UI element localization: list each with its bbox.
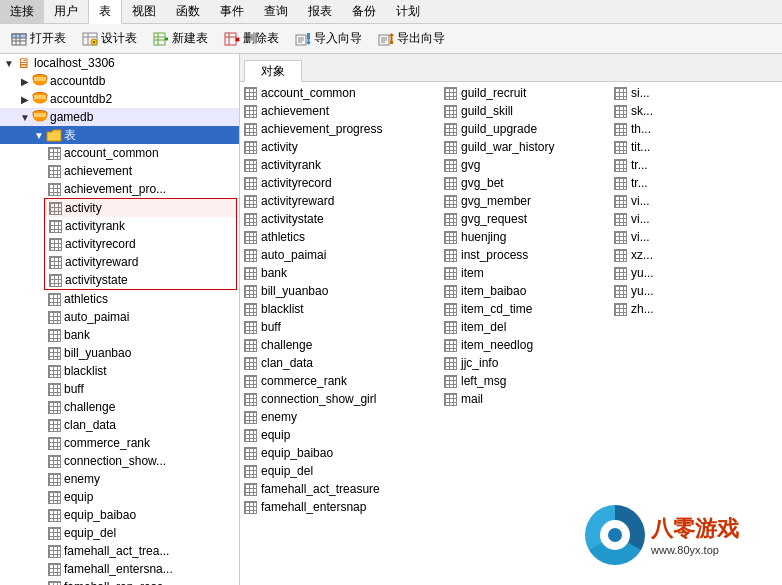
menu-function[interactable]: 函数 bbox=[166, 0, 210, 23]
list-item[interactable]: inst_process bbox=[442, 246, 612, 264]
list-item[interactable]: xz... bbox=[612, 246, 692, 264]
design-table-button[interactable]: 设计表 bbox=[75, 26, 144, 51]
list-item[interactable]: guild_skill bbox=[442, 102, 612, 120]
tree-table-blacklist[interactable]: blacklist bbox=[0, 362, 239, 380]
tree-table-activity[interactable]: activity bbox=[45, 199, 236, 217]
list-item[interactable]: buff bbox=[242, 318, 442, 336]
list-item[interactable]: achievement bbox=[242, 102, 442, 120]
tree-table-achievement_pro[interactable]: achievement_pro... bbox=[0, 180, 239, 198]
list-item[interactable]: huenjing bbox=[442, 228, 612, 246]
list-item[interactable]: activityrecord bbox=[242, 174, 442, 192]
list-item[interactable]: guild_recruit bbox=[442, 84, 612, 102]
tree-server[interactable]: ▼ 🖥 localhost_3306 bbox=[0, 54, 239, 72]
tree-db-accountdb2[interactable]: ▶ accountdb2 bbox=[0, 90, 239, 108]
tree-table-famehall_act_trea[interactable]: famehall_act_trea... bbox=[0, 542, 239, 560]
list-item[interactable]: gvg_member bbox=[442, 192, 612, 210]
tree-db-accountdb[interactable]: ▶ accountdb bbox=[0, 72, 239, 90]
list-item[interactable]: vi... bbox=[612, 210, 692, 228]
menu-plan[interactable]: 计划 bbox=[386, 0, 430, 23]
menu-view[interactable]: 视图 bbox=[122, 0, 166, 23]
list-item[interactable]: activityrank bbox=[242, 156, 442, 174]
list-item[interactable]: famehall_act_treasure bbox=[242, 480, 442, 498]
list-item[interactable]: achievement_progress bbox=[242, 120, 442, 138]
list-item[interactable]: gvg_request bbox=[442, 210, 612, 228]
list-item[interactable]: guild_upgrade bbox=[442, 120, 612, 138]
list-item[interactable]: auto_paimai bbox=[242, 246, 442, 264]
tree-table-account_common[interactable]: account_common bbox=[0, 144, 239, 162]
list-item[interactable]: account_common bbox=[242, 84, 442, 102]
tree-table-equip[interactable]: equip bbox=[0, 488, 239, 506]
list-item[interactable]: item_cd_time bbox=[442, 300, 612, 318]
tree-table-connection_show[interactable]: connection_show... bbox=[0, 452, 239, 470]
menu-event[interactable]: 事件 bbox=[210, 0, 254, 23]
list-item[interactable]: yu... bbox=[612, 264, 692, 282]
list-item[interactable]: athletics bbox=[242, 228, 442, 246]
tree-table-famehall_entersnap[interactable]: famehall_entersnа... bbox=[0, 560, 239, 578]
list-item[interactable]: jjc_info bbox=[442, 354, 612, 372]
list-item[interactable]: equip_baibao bbox=[242, 444, 442, 462]
open-table-button[interactable]: 打开表 bbox=[4, 26, 73, 51]
tree-table-activityreward[interactable]: activityreward bbox=[45, 253, 236, 271]
list-item[interactable]: item bbox=[442, 264, 612, 282]
tree-table-clan_data[interactable]: clan_data bbox=[0, 416, 239, 434]
tree-table-auto_paimai[interactable]: auto_paimai bbox=[0, 308, 239, 326]
list-item[interactable]: clan_data bbox=[242, 354, 442, 372]
export-wizard-button[interactable]: 导出向导 bbox=[371, 26, 452, 51]
tree-table-buff[interactable]: buff bbox=[0, 380, 239, 398]
list-item[interactable]: th... bbox=[612, 120, 692, 138]
tree-table-challenge[interactable]: challenge bbox=[0, 398, 239, 416]
list-item[interactable]: commerce_rank bbox=[242, 372, 442, 390]
list-item[interactable]: si... bbox=[612, 84, 692, 102]
list-item[interactable]: tr... bbox=[612, 156, 692, 174]
tab-objects[interactable]: 对象 bbox=[244, 60, 302, 82]
list-item[interactable]: activity bbox=[242, 138, 442, 156]
list-item[interactable]: item_del bbox=[442, 318, 612, 336]
list-item[interactable]: tit... bbox=[612, 138, 692, 156]
tree-table-activityrank[interactable]: activityrank bbox=[45, 217, 236, 235]
list-item[interactable]: bank bbox=[242, 264, 442, 282]
menu-query[interactable]: 查询 bbox=[254, 0, 298, 23]
list-item[interactable]: famehall_entersnap bbox=[242, 498, 442, 516]
list-item[interactable]: equip_del bbox=[242, 462, 442, 480]
menu-user[interactable]: 用户 bbox=[44, 0, 88, 23]
list-item[interactable]: connection_show_girl bbox=[242, 390, 442, 408]
tree-tables-folder[interactable]: ▼ 表 bbox=[0, 126, 239, 144]
list-item[interactable]: left_msg bbox=[442, 372, 612, 390]
delete-table-button[interactable]: 删除表 bbox=[217, 26, 286, 51]
tree-table-activityrecord[interactable]: activityrecord bbox=[45, 235, 236, 253]
tree-table-bill_yuanbao[interactable]: bill_yuanbao bbox=[0, 344, 239, 362]
list-item[interactable]: sk... bbox=[612, 102, 692, 120]
list-item[interactable]: equip bbox=[242, 426, 442, 444]
list-item[interactable]: zh... bbox=[612, 300, 692, 318]
list-item[interactable]: item_baibao bbox=[442, 282, 612, 300]
menu-report[interactable]: 报表 bbox=[298, 0, 342, 23]
menu-backup[interactable]: 备份 bbox=[342, 0, 386, 23]
tree-table-equip_baibao[interactable]: equip_baibao bbox=[0, 506, 239, 524]
list-item[interactable]: tr... bbox=[612, 174, 692, 192]
list-item[interactable]: gvg_bet bbox=[442, 174, 612, 192]
list-item[interactable]: activitystate bbox=[242, 210, 442, 228]
menu-connect[interactable]: 连接 bbox=[0, 0, 44, 23]
tree-table-achievement[interactable]: achievement bbox=[0, 162, 239, 180]
list-item[interactable]: vi... bbox=[612, 228, 692, 246]
list-item[interactable]: mail bbox=[442, 390, 612, 408]
import-wizard-button[interactable]: 导入向导 bbox=[288, 26, 369, 51]
menu-table[interactable]: 表 bbox=[88, 0, 122, 24]
tree-table-commerce_rank[interactable]: commerce_rank bbox=[0, 434, 239, 452]
tree-db-gamedb[interactable]: ▼ gamedb bbox=[0, 108, 239, 126]
list-item[interactable]: enemy bbox=[242, 408, 442, 426]
tree-table-enemy[interactable]: enemy bbox=[0, 470, 239, 488]
tree-table-athletics[interactable]: athletics bbox=[0, 290, 239, 308]
list-item[interactable]: activityreward bbox=[242, 192, 442, 210]
list-item[interactable]: yu... bbox=[612, 282, 692, 300]
list-item[interactable]: gvg bbox=[442, 156, 612, 174]
list-item[interactable]: vi... bbox=[612, 192, 692, 210]
list-item[interactable]: item_needlog bbox=[442, 336, 612, 354]
tree-table-equip_del[interactable]: equip_del bbox=[0, 524, 239, 542]
list-item[interactable]: bill_yuanbao bbox=[242, 282, 442, 300]
tree-table-bank[interactable]: bank bbox=[0, 326, 239, 344]
tree-table-famehall_rep_rese[interactable]: famehall_rep_rese... bbox=[0, 578, 239, 585]
new-table-button[interactable]: 新建表 bbox=[146, 26, 215, 51]
list-item[interactable]: guild_war_history bbox=[442, 138, 612, 156]
tree-table-activitystate[interactable]: activitystate bbox=[45, 271, 236, 289]
